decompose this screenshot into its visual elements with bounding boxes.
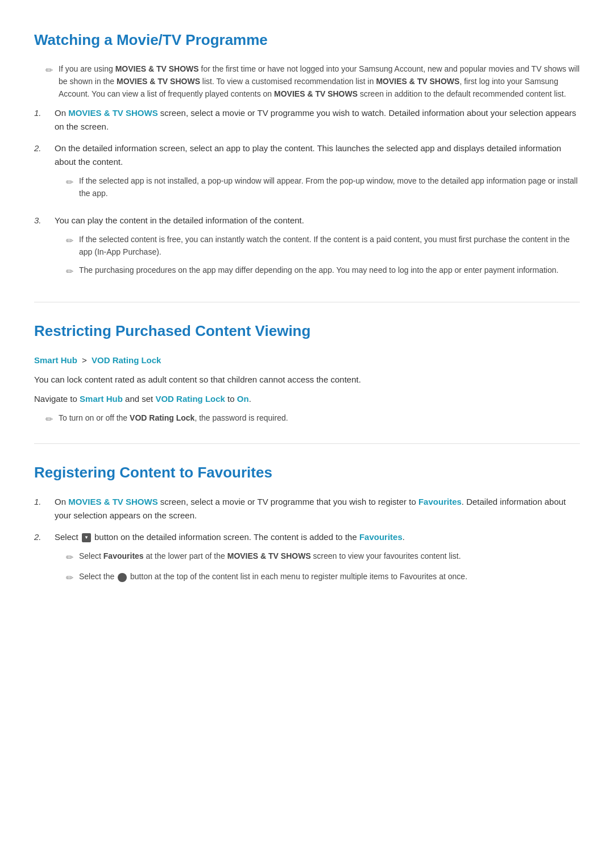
step3-note1-text: If the selected content is free, you can… <box>79 233 580 259</box>
fav-step2-note2: ✏ Select the button at the top of the co… <box>66 570 580 585</box>
note-icon-7: ✏ <box>66 571 73 585</box>
section1-note1: ✏ If you are using MOVIES & TV SHOWS for… <box>45 63 580 101</box>
step3-notes: ✏ If the selected content is free, you c… <box>55 233 580 279</box>
fav-step1-item: 1. On MOVIES & TV SHOWS screen, select a… <box>34 495 580 522</box>
step2-note1: ✏ If the selected app is not installed, … <box>66 175 580 200</box>
fav-step2-text: Select button on the detailed informatio… <box>55 532 405 542</box>
breadcrumb-arrow: > <box>80 355 89 365</box>
step1-highlight: MOVIES & TV SHOWS <box>68 108 158 118</box>
divider-2 <box>34 443 580 444</box>
section3-steps: 1. On MOVIES & TV SHOWS screen, select a… <box>34 495 580 591</box>
step2-content: On the detailed information screen, sele… <box>55 142 580 206</box>
section2-note: ✏ To turn on or off the VOD Rating Lock,… <box>45 412 580 427</box>
step2-text: On the detailed information screen, sele… <box>55 143 561 167</box>
fav-step2-notes: ✏ Select Favourites at the lower part of… <box>55 550 580 585</box>
step1-number: 1. <box>34 106 45 120</box>
fav-step2-note2-text: Select the button at the top of the cont… <box>79 570 467 583</box>
section1-note1-text: If you are using MOVIES & TV SHOWS for t… <box>59 63 580 101</box>
section2-note-text: To turn on or off the VOD Rating Lock, t… <box>59 412 288 424</box>
note-vod-highlight: VOD Rating Lock <box>130 413 194 422</box>
section-favourites: Registering Content to Favourites 1. On … <box>34 461 580 591</box>
divider-1 <box>34 302 580 302</box>
note-fav-1: Favourites <box>103 551 144 560</box>
fav-step2-number: 2. <box>34 530 45 544</box>
desc2-smarthub: Smart Hub <box>80 394 123 404</box>
step1-text: On MOVIES & TV SHOWS screen, select a mo… <box>55 108 576 131</box>
step3-item: 3. You can play the content in the detai… <box>34 214 580 285</box>
note-icon-5: ✏ <box>45 412 53 427</box>
step3-note2: ✏ The purchasing procedures on the app m… <box>66 264 580 279</box>
highlight-movies-1: MOVIES & TV SHOWS <box>115 64 199 73</box>
section1-steps: 1. On MOVIES & TV SHOWS screen, select a… <box>34 106 580 285</box>
note-icon-1: ✏ <box>45 63 53 78</box>
breadcrumb: Smart Hub > VOD Rating Lock <box>34 354 580 367</box>
step2-note1-text: If the selected app is not installed, a … <box>79 175 580 200</box>
section3-title: Registering Content to Favourites <box>34 461 580 485</box>
step2-item: 2. On the detailed information screen, s… <box>34 142 580 206</box>
section2-desc2: Navigate to Smart Hub and set VOD Rating… <box>34 392 580 406</box>
section-restricting: Restricting Purchased Content Viewing Sm… <box>34 319 580 426</box>
step2-notes: ✏ If the selected app is not installed, … <box>55 175 580 200</box>
step3-text: You can play the content in the detailed… <box>55 215 304 225</box>
note-movies-5: MOVIES & TV SHOWS <box>227 551 311 560</box>
note-icon-6: ✏ <box>66 550 73 565</box>
fav-step2-highlight: Favourites <box>359 532 403 542</box>
fav-step1-number: 1. <box>34 495 45 509</box>
step1-content: On MOVIES & TV SHOWS screen, select a mo… <box>55 106 580 134</box>
highlight-movies-2: MOVIES & TV SHOWS <box>117 77 200 86</box>
step3-note1: ✏ If the selected content is free, you c… <box>66 233 580 259</box>
desc2-vod: VOD Rating Lock <box>155 394 225 404</box>
fav-step2-note1: ✏ Select Favourites at the lower part of… <box>66 550 580 565</box>
fav-step2-note1-text: Select Favourites at the lower part of t… <box>79 550 461 562</box>
step3-number: 3. <box>34 214 45 227</box>
fav-step2-item: 2. Select button on the detailed informa… <box>34 530 580 591</box>
step3-note2-text: The purchasing procedures on the app may… <box>79 264 558 276</box>
breadcrumb-smarthub: Smart Hub <box>34 355 77 365</box>
fav-step1-highlight2: Favourites <box>418 497 462 506</box>
step3-content: You can play the content in the detailed… <box>55 214 580 285</box>
section2-desc1: You can lock content rated as adult cont… <box>34 373 580 387</box>
note-icon-2: ✏ <box>66 175 73 190</box>
fav-step1-highlight1: MOVIES & TV SHOWS <box>68 497 158 506</box>
step2-number: 2. <box>34 142 45 155</box>
section1-title: Watching a Movie/TV Programme <box>34 28 580 52</box>
highlight-movies-4: MOVIES & TV SHOWS <box>274 89 358 98</box>
note-icon-3: ✏ <box>66 234 73 248</box>
section2-title: Restricting Purchased Content Viewing <box>34 319 580 343</box>
section-watching: Watching a Movie/TV Programme ✏ If you a… <box>34 28 580 285</box>
bookmark-icon <box>82 533 91 542</box>
fav-step1-content: On MOVIES & TV SHOWS screen, select a mo… <box>55 495 580 522</box>
fav-step2-content: Select button on the detailed informatio… <box>55 530 580 591</box>
highlight-movies-3: MOVIES & TV SHOWS <box>376 77 459 86</box>
step1-item: 1. On MOVIES & TV SHOWS screen, select a… <box>34 106 580 134</box>
breadcrumb-vod: VOD Rating Lock <box>92 355 161 365</box>
note-icon-4: ✏ <box>66 264 73 279</box>
circle-icon <box>118 573 127 582</box>
desc2-on: On <box>237 394 249 404</box>
fav-step1-text: On MOVIES & TV SHOWS screen, select a mo… <box>55 497 566 520</box>
